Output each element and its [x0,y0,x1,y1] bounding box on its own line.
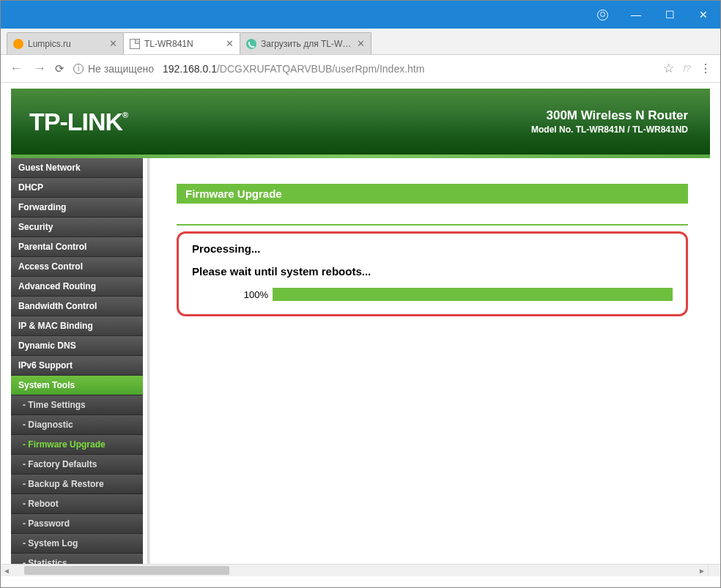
close-button[interactable]: ✕ [687,1,720,29]
model-number: Model No. TL-WR841N / TL-WR841ND [531,124,688,135]
sidebar-subitem[interactable]: - Backup & Restore [11,475,143,494]
sidebar-item[interactable]: Access Control [11,257,143,277]
sidebar-subitem[interactable]: - Diagnostic [11,415,143,435]
tab-title: TL-WR841N [144,39,221,49]
browser-tab-download[interactable]: Загрузить для TL-WR841… ✕ [240,32,371,54]
sidebar-subitem[interactable]: - System Log [11,534,143,554]
status-box: Processing... Please wait until system r… [177,231,688,316]
sidebar-item[interactable]: Bandwidth Control [11,297,143,316]
main-content: Firmware Upgrade Processing... Please wa… [155,158,710,568]
window-titlebar: — ☐ ✕ [1,1,720,29]
progress-bar [273,288,673,301]
favicon-icon [130,39,140,49]
sidebar-subitem[interactable]: - Time Settings [11,395,143,415]
back-icon[interactable]: ← [10,61,23,76]
bookmark-icon[interactable]: ☆ [663,61,674,76]
scroll-right-icon[interactable]: ► [696,567,708,575]
forward-icon[interactable]: → [33,61,46,76]
sidebar-item[interactable]: Guest Network [11,158,143,178]
favicon-icon [13,39,23,49]
sidebar-item[interactable]: Security [11,217,143,237]
sidebar-subitem[interactable]: - Firmware Upgrade [11,435,143,455]
tab-close-icon[interactable]: ✕ [226,38,234,49]
insecure-label: Не защищено [88,63,154,75]
address-bar: ← → ⟳ i Не защищено 192.168.0.1/DCGXRUFA… [1,55,720,83]
sidebar-item[interactable]: Parental Control [11,237,143,257]
sidebar-item[interactable]: Forwarding [11,198,143,217]
horizontal-scrollbar[interactable]: ◄ ► [1,564,708,576]
sidebar-item[interactable]: Dynamic DNS [11,336,143,356]
section-title: Firmware Upgrade [177,184,688,204]
sidebar-subitem[interactable]: - Password [11,514,143,534]
user-icon[interactable] [585,1,619,29]
sidebar-item[interactable]: IP & MAC Binding [11,316,143,336]
reload-icon[interactable]: ⟳ [55,62,64,75]
minimize-button[interactable]: — [619,1,653,29]
url-text[interactable]: 192.168.0.1/DCGXRUFATQARVBUB/userRpm/Ind… [163,63,654,75]
sidebar-item[interactable]: DHCP [11,178,143,198]
divider-line [177,224,688,226]
tab-title: Загрузить для TL-WR841… [261,39,352,49]
sidebar-item[interactable]: IPv6 Support [11,356,143,376]
sidebar-subitem[interactable]: - Reboot [11,494,143,514]
wait-label: Please wait until system reboots... [192,265,673,278]
scroll-left-icon[interactable]: ◄ [1,567,12,575]
browser-tabstrip: Lumpics.ru ✕ TL-WR841N ✕ Загрузить для T… [1,29,720,55]
scroll-corner [708,564,720,576]
progress-percent: 100% [192,289,273,300]
tab-close-icon[interactable]: ✕ [109,38,117,49]
browser-tab-lumpics[interactable]: Lumpics.ru ✕ [7,32,124,54]
security-indicator[interactable]: i Не защищено [73,63,154,75]
sidebar-menu[interactable]: Guest NetworkDHCPForwardingSecurityParen… [11,158,143,568]
router-header: TP-LINK® 300M Wireless N Router Model No… [11,89,710,155]
sidebar-subitem[interactable]: - Factory Defaults [11,455,143,475]
maximize-button[interactable]: ☐ [653,1,687,29]
processing-label: Processing... [192,242,673,255]
divider [147,158,150,568]
sidebar-item[interactable]: Advanced Routing [11,277,143,297]
scroll-thumb[interactable] [24,566,229,575]
extension-icon[interactable]: f? [683,63,691,74]
sidebar-item[interactable]: System Tools [11,376,143,395]
product-name: 300M Wireless N Router [531,108,688,123]
logo: TP-LINK® [29,108,127,136]
favicon-icon [246,39,256,49]
info-icon: i [73,64,84,74]
tab-close-icon[interactable]: ✕ [357,38,365,49]
browser-tab-router[interactable]: TL-WR841N ✕ [123,32,240,54]
menu-icon[interactable]: ⋮ [700,62,711,75]
tab-title: Lumpics.ru [28,39,105,49]
